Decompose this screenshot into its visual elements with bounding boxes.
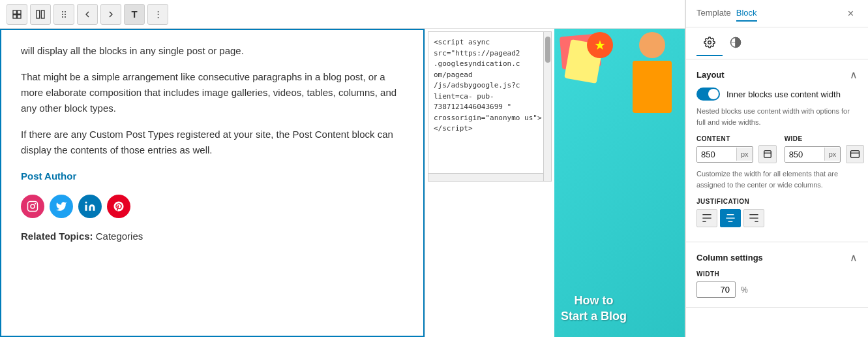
- wide-field-group: WIDE px: [785, 135, 865, 163]
- paragraph-1: will display all the blocks in any singl…: [21, 43, 404, 59]
- svg-point-15: [85, 202, 87, 204]
- content-label: CONTENT: [696, 135, 777, 142]
- graphic-person: [626, 32, 678, 136]
- svg-rect-4: [37, 10, 40, 18]
- editor-area: T ⋮ will display all the blocks in any s…: [0, 0, 685, 337]
- column-layout-button[interactable]: [30, 4, 51, 25]
- text-format-button[interactable]: T: [124, 4, 145, 25]
- svg-point-11: [65, 16, 66, 18]
- paragraph-2: That might be a simple arrangement like …: [21, 69, 404, 116]
- column-section-header: Column settings ∧: [696, 251, 858, 264]
- block-toolbar: T ⋮: [0, 0, 685, 29]
- toggle-description: Nested blocks use content width with opt…: [696, 106, 858, 127]
- svg-point-16: [708, 41, 711, 44]
- layout-section: Layout ∧ Inner blocks use content width …: [686, 59, 868, 242]
- percent-unit: %: [741, 285, 748, 295]
- justify-left-button[interactable]: [696, 209, 717, 227]
- blog-title: How to Start a Blog: [561, 293, 627, 324]
- editor-main: will display all the blocks in any singl…: [0, 29, 685, 337]
- svg-rect-12: [28, 202, 38, 212]
- instagram-icon[interactable]: [21, 195, 44, 218]
- svg-rect-0: [13, 10, 16, 14]
- content-wide-row: CONTENT px WIDE: [696, 135, 858, 163]
- panel-header: Template Block ×: [686, 0, 868, 27]
- template-tab[interactable]: Template: [696, 5, 731, 22]
- column-settings-title: Column settings: [696, 253, 763, 263]
- pinterest-icon[interactable]: [107, 195, 130, 218]
- linkedin-icon[interactable]: [78, 195, 102, 218]
- settings-gear-button[interactable]: [696, 30, 723, 56]
- related-topics: Related Topics: Categories: [21, 229, 404, 244]
- svg-point-9: [65, 14, 66, 15]
- settings-panel: Template Block × Layout ∧ Inner: [685, 0, 868, 337]
- column-width-input[interactable]: [696, 281, 736, 298]
- panel-tabs: Template Block: [696, 5, 757, 22]
- close-panel-button[interactable]: ×: [844, 7, 858, 21]
- inner-blocks-label: Inner blocks use content width: [726, 89, 841, 99]
- navigate-next-button[interactable]: [100, 4, 121, 25]
- blog-graphic: ★ How to Start a Blog: [554, 29, 685, 337]
- content-input-row: px: [696, 146, 753, 163]
- code-scroll-thumb[interactable]: [545, 37, 550, 63]
- svg-point-8: [62, 14, 63, 15]
- width-row: %: [696, 281, 858, 298]
- code-panel-container: <script async src="https://pagead2 .goog…: [425, 29, 554, 337]
- wide-px-unit: px: [824, 148, 841, 161]
- navigate-prev-button[interactable]: [77, 4, 98, 25]
- wide-icon-btn[interactable]: [846, 145, 864, 163]
- inner-blocks-toggle[interactable]: [696, 88, 720, 101]
- drag-handle-button[interactable]: [53, 4, 74, 25]
- content-icon-btn[interactable]: [758, 145, 777, 163]
- wide-label: WIDE: [785, 135, 865, 142]
- wide-input-row: px: [785, 146, 841, 163]
- content-width-input[interactable]: [697, 147, 736, 162]
- column-collapse-button[interactable]: ∧: [850, 251, 858, 264]
- svg-rect-5: [41, 10, 44, 18]
- svg-point-7: [65, 11, 66, 12]
- block-switcher-button[interactable]: [7, 4, 27, 25]
- graphic-star: ★: [587, 32, 613, 58]
- social-icons-row: [21, 195, 404, 218]
- layout-section-title: Layout: [696, 70, 725, 80]
- justify-center-button[interactable]: [720, 209, 741, 227]
- svg-point-6: [62, 11, 63, 12]
- inner-blocks-toggle-row: Inner blocks use content width: [696, 88, 858, 101]
- paragraph-3: If there are any Custom Post Types regis…: [21, 127, 404, 158]
- width-description: Customize the width for all elements tha…: [696, 168, 858, 190]
- column-settings-section: Column settings ∧ WIDTH %: [686, 242, 868, 308]
- svg-rect-20: [851, 151, 860, 158]
- svg-rect-1: [18, 10, 21, 14]
- content-px-unit: px: [736, 148, 753, 161]
- svg-rect-18: [764, 151, 771, 158]
- justification-label: JUSTIFICATION: [696, 198, 858, 205]
- justify-right-button[interactable]: [743, 209, 764, 227]
- layout-section-header: Layout ∧: [696, 69, 858, 81]
- post-author-link[interactable]: Post Author: [21, 170, 76, 182]
- layout-collapse-button[interactable]: ∧: [850, 69, 858, 81]
- wide-width-input[interactable]: [785, 147, 824, 162]
- twitter-icon[interactable]: [50, 195, 73, 218]
- post-content-area[interactable]: will display all the blocks in any singl…: [0, 29, 425, 337]
- justification-row: [696, 209, 858, 227]
- svg-point-14: [35, 203, 36, 204]
- svg-rect-3: [18, 14, 21, 18]
- code-horizontal-scrollbar[interactable]: [428, 173, 543, 181]
- code-vertical-scrollbar[interactable]: [543, 32, 551, 181]
- more-options-button[interactable]: ⋮: [147, 4, 168, 25]
- image-preview: ★ How to Start a Blog: [554, 29, 685, 337]
- width-label: WIDTH: [696, 270, 858, 278]
- code-panel[interactable]: <script async src="https://pagead2 .goog…: [428, 31, 552, 182]
- code-content: <script async src="https://pagead2 .goog…: [428, 32, 551, 140]
- panel-icon-row: [686, 27, 868, 59]
- svg-rect-2: [13, 14, 16, 18]
- svg-point-10: [62, 16, 63, 18]
- style-contrast-button[interactable]: [723, 30, 749, 56]
- svg-point-13: [31, 204, 35, 208]
- content-field-group: CONTENT px: [696, 135, 777, 163]
- block-tab[interactable]: Block: [736, 5, 757, 22]
